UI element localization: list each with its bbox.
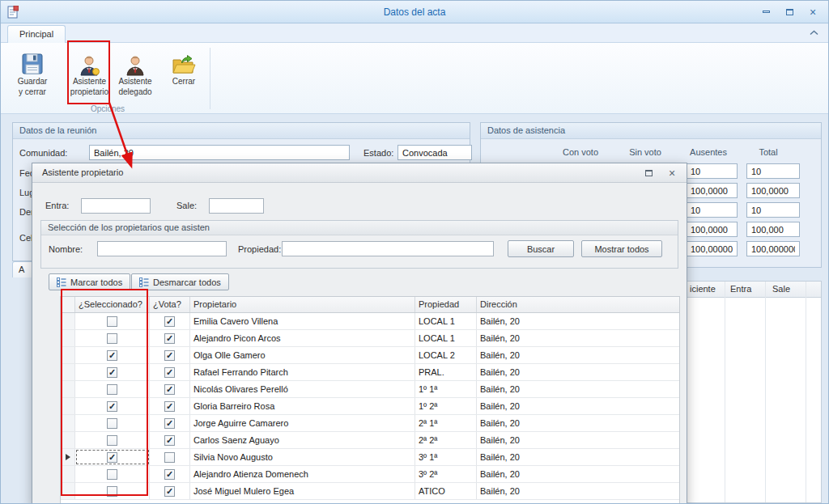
vota-cell[interactable]: ✓	[150, 483, 190, 499]
nombre-input[interactable]	[97, 241, 227, 256]
seleccionado-column-header[interactable]: ¿Seleccionado?	[75, 297, 150, 312]
propiedad-column-header[interactable]: Propiedad	[415, 297, 477, 312]
total-input-1[interactable]	[746, 163, 800, 179]
table-row[interactable]: ✓ Alejandro Picon Arcos LOCAL 1 Bailén, …	[61, 330, 679, 347]
vota-checkbox[interactable]: ✓	[164, 316, 175, 327]
propiedad-input[interactable]	[282, 241, 494, 256]
propietario-column-header[interactable]: Propietario	[190, 297, 415, 312]
vota-cell[interactable]	[150, 449, 190, 465]
entra-column-header[interactable]: Entra	[730, 284, 751, 294]
seleccionado-checkbox[interactable]	[107, 435, 117, 446]
table-row[interactable]: ✓ Silvia Novo Augusto 3º 1ª Bailén, 20	[61, 449, 679, 466]
table-row[interactable]: ✓ ✓ Olga Olle Gamero LOCAL 2 Bailén, 20	[61, 347, 679, 364]
ausentes-input-4[interactable]	[686, 222, 738, 237]
grid-column-divider	[765, 282, 766, 502]
entra-input[interactable]	[81, 198, 151, 214]
vota-checkbox[interactable]: ✓	[164, 486, 175, 497]
table-row[interactable]: ✓ Jorge Aguirre Camarero 2ª 1ª Bailén, 2…	[61, 415, 679, 432]
seleccionado-cell[interactable]: ✓	[75, 449, 150, 465]
vota-cell[interactable]: ✓	[150, 381, 190, 397]
seleccionado-cell[interactable]	[75, 415, 150, 431]
seleccionado-cell[interactable]	[75, 466, 150, 482]
vota-checkbox[interactable]: ✓	[164, 469, 175, 480]
direccion-cell: Bailén, 20	[477, 449, 679, 465]
cerrar-button[interactable]: Cerrar	[164, 45, 203, 100]
total-input-2[interactable]	[746, 183, 800, 198]
buscar-button[interactable]: Buscar	[508, 240, 574, 257]
sale-input[interactable]	[209, 198, 264, 214]
dialog-maximize-button[interactable]	[640, 166, 657, 180]
dialog-close-button[interactable]: ×	[664, 166, 680, 180]
seleccionado-checkbox[interactable]: ✓	[107, 367, 117, 378]
table-row[interactable]: ✓ Alejandro Atienza Domenech 3º 2ª Bailé…	[61, 466, 679, 483]
table-row[interactable]: ✓ José Miguel Mulero Egea ATICO Bailén, …	[61, 483, 679, 500]
asistente-propietario-button[interactable]: Asistente propietario	[68, 45, 111, 100]
minimize-button[interactable]	[757, 5, 775, 19]
vota-checkbox[interactable]: ✓	[164, 401, 175, 412]
ausentes-input-5[interactable]	[686, 241, 738, 256]
seleccionado-checkbox[interactable]	[107, 384, 117, 395]
vota-checkbox[interactable]: ✓	[164, 384, 175, 395]
seleccionado-cell[interactable]	[75, 381, 150, 397]
seleccionado-cell[interactable]: ✓	[75, 364, 150, 380]
asistente-delegado-button[interactable]: Asistente delegado	[114, 45, 156, 100]
seleccionado-checkbox[interactable]: ✓	[107, 452, 117, 463]
table-row[interactable]: ✓ ✓ Rafael Ferrando Pitarch PRAL. Bailén…	[61, 364, 679, 381]
vota-checkbox[interactable]: ✓	[164, 367, 175, 378]
table-row[interactable]: ✓ ✓ Gloria Barreiro Rosa 1º 2ª Bailén, 2…	[61, 398, 679, 415]
marcar-todos-button[interactable]: Marcar todos	[49, 273, 130, 290]
coeficiente-column-header[interactable]: iciente	[690, 284, 716, 294]
seleccionado-checkbox[interactable]	[107, 418, 117, 429]
vota-checkbox[interactable]: ✓	[164, 350, 175, 361]
guardar-y-cerrar-button[interactable]: Guardar y cerrar	[9, 45, 56, 100]
seleccionado-checkbox[interactable]	[107, 333, 117, 344]
seleccionado-cell[interactable]	[75, 483, 150, 499]
chevron-up-icon[interactable]	[810, 30, 818, 36]
vota-cell[interactable]: ✓	[150, 415, 190, 431]
maximize-button[interactable]	[780, 5, 798, 19]
seleccionado-checkbox[interactable]: ✓	[107, 350, 117, 361]
vota-cell[interactable]: ✓	[150, 347, 190, 363]
vota-checkbox[interactable]	[164, 452, 175, 463]
table-row[interactable]: ✓ Carlos Saenz Aguayo 2ª 2ª Bailén, 20	[61, 432, 679, 449]
seleccionado-cell[interactable]	[75, 313, 150, 329]
propietario-cell: Carlos Saenz Aguayo	[190, 432, 415, 448]
direccion-column-header[interactable]: Dirección	[477, 297, 679, 312]
ausentes-input-3[interactable]	[686, 202, 738, 218]
vota-column-header[interactable]: ¿Vota?	[150, 297, 190, 312]
close-button[interactable]: ×	[804, 5, 822, 19]
seleccionado-checkbox[interactable]	[107, 316, 117, 327]
mostrar-todos-button[interactable]: Mostrar todos	[581, 240, 662, 257]
table-row[interactable]: ✓ Nicolás Olivares Perelló 1º 1ª Bailén,…	[61, 381, 679, 398]
total-input-4[interactable]	[746, 222, 800, 237]
seleccionado-checkbox[interactable]	[107, 469, 117, 480]
vota-cell[interactable]: ✓	[150, 398, 190, 414]
vota-cell[interactable]: ✓	[150, 364, 190, 380]
vota-checkbox[interactable]: ✓	[164, 418, 175, 429]
vota-checkbox[interactable]: ✓	[164, 435, 175, 446]
seleccionado-checkbox[interactable]	[107, 486, 117, 497]
seleccionado-cell[interactable]	[75, 432, 150, 448]
total-input-5[interactable]	[746, 241, 800, 256]
comunidad-input[interactable]	[89, 145, 350, 160]
table-row[interactable]: ✓ Emilia Cavero Villena LOCAL 1 Bailén, …	[61, 313, 679, 330]
row-indicator-cell	[61, 330, 75, 346]
ausentes-input-1[interactable]	[686, 163, 738, 179]
seleccionado-cell[interactable]: ✓	[75, 398, 150, 414]
estado-input[interactable]	[397, 145, 472, 160]
desmarcar-todos-button[interactable]: Desmarcar todos	[131, 273, 229, 290]
vota-cell[interactable]: ✓	[150, 313, 190, 329]
sale-column-header[interactable]: Sale	[772, 284, 790, 294]
ausentes-input-2[interactable]	[686, 183, 738, 198]
total-input-3[interactable]	[746, 202, 800, 218]
vota-checkbox[interactable]: ✓	[164, 333, 175, 344]
seleccionado-cell[interactable]	[75, 330, 150, 346]
seleccionado-cell[interactable]: ✓	[75, 347, 150, 363]
tab-principal[interactable]: Principal	[7, 25, 66, 43]
direccion-cell: Bailén, 20	[477, 415, 679, 431]
vota-cell[interactable]: ✓	[150, 432, 190, 448]
seleccionado-checkbox[interactable]: ✓	[107, 401, 117, 412]
vota-cell[interactable]: ✓	[150, 466, 190, 482]
row-indicator-cell	[61, 483, 75, 499]
vota-cell[interactable]: ✓	[150, 330, 190, 346]
